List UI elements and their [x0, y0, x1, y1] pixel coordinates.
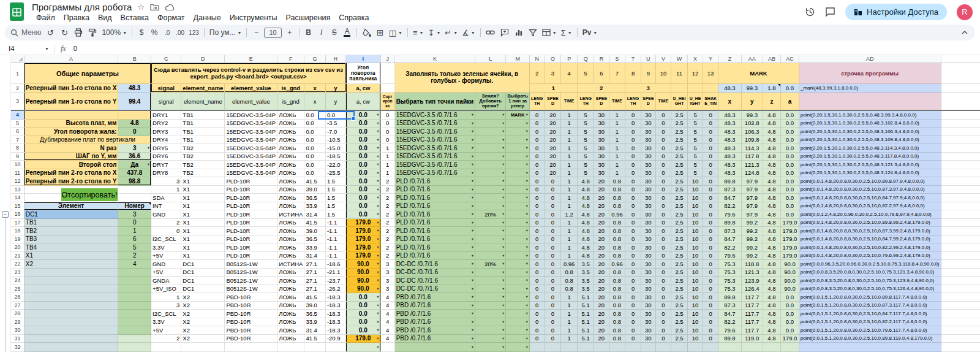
- cell-P14[interactable]: 1: [561, 194, 578, 202]
- cell-AB6[interactable]: 4.8: [763, 128, 781, 136]
- col-header-I[interactable]: I: [346, 55, 381, 63]
- row-header-2[interactable]: 2: [11, 84, 24, 93]
- cell-AC3[interactable]: a: [781, 93, 799, 111]
- cell-AC27[interactable]: 0.0: [781, 302, 799, 310]
- cell-H8[interactable]: -15.0: [326, 144, 346, 153]
- cell-Y1[interactable]: 13: [703, 63, 718, 84]
- cell-H26[interactable]: -18.3: [326, 293, 346, 302]
- cell-C6[interactable]: DRY3: [151, 128, 181, 136]
- cell-K4[interactable]: 15EDGVC-3.5 /0.7/1.6▼: [395, 111, 476, 120]
- cell-G18[interactable]: 39.0: [304, 227, 326, 235]
- cell-H27[interactable]: -18.3: [326, 302, 346, 310]
- cell-H2[interactable]: y: [326, 84, 346, 93]
- cell-AB9[interactable]: 4.8: [763, 153, 781, 161]
- cell-T25[interactable]: 0: [625, 285, 641, 294]
- decrease-decimals-button[interactable]: .0: [161, 26, 173, 39]
- col-header-K[interactable]: K: [395, 55, 476, 63]
- cell-AA14[interactable]: 97.9: [742, 194, 763, 202]
- cell-Q15[interactable]: 4.8: [578, 202, 594, 211]
- cell-J10[interactable]: 1: [381, 161, 395, 169]
- cell-J3[interactable]: Сортировка: [381, 93, 395, 111]
- cell-B16[interactable]: 3: [118, 210, 151, 219]
- cell-L22[interactable]: 20%▼: [475, 260, 506, 269]
- cell-G9[interactable]: 0.0: [304, 153, 326, 161]
- cell-AA22[interactable]: 118.8: [742, 260, 763, 269]
- cell-AB23[interactable]: 4.8: [763, 269, 781, 277]
- cell-W17[interactable]: 2.5: [671, 219, 688, 228]
- cell-C5[interactable]: DRY2: [151, 120, 181, 128]
- cell-Y26[interactable]: 0: [703, 293, 718, 302]
- row-header-7[interactable]: 7: [11, 136, 24, 145]
- cell-F4[interactable]: ЛОЖЬ: [277, 111, 304, 120]
- cell-H7[interactable]: -10.5: [326, 136, 346, 145]
- cell-M4[interactable]: MARK▼: [506, 111, 530, 120]
- cell-W11[interactable]: 2.5: [671, 169, 688, 178]
- row-header-8[interactable]: 8: [11, 144, 24, 153]
- cell-E15[interactable]: PLD-10R: [225, 202, 277, 211]
- cell-I1[interactable]: Угол поворота паяльника: [346, 63, 381, 84]
- cell-T8[interactable]: 0: [625, 144, 641, 153]
- dropdown-arrow-icon[interactable]: ▼: [502, 320, 505, 324]
- cell-D6[interactable]: TB1: [181, 128, 225, 136]
- cell-F10[interactable]: ЛОЖЬ: [277, 161, 304, 169]
- cell-K30[interactable]: PBD /0.7/1.6▼: [395, 326, 476, 335]
- cell-W22[interactable]: 2.5: [671, 260, 688, 269]
- cell-U9[interactable]: 30: [641, 153, 656, 161]
- cell-R24[interactable]: 20: [594, 277, 609, 285]
- dropdown-arrow-icon[interactable]: ▼: [471, 337, 474, 340]
- cell-AB14[interactable]: 4.8: [763, 194, 781, 202]
- cell-Y16[interactable]: 0: [703, 210, 718, 219]
- cell-A27[interactable]: [24, 302, 119, 310]
- cell-AC2[interactable]: 0.0: [781, 84, 799, 93]
- cell-A3[interactable]: Реперный пин 1-го стола по Y: [24, 93, 119, 111]
- cell-I7[interactable]: 0.0▼: [346, 136, 381, 145]
- cell-X6[interactable]: 5: [688, 128, 703, 136]
- cell-X7[interactable]: 5: [688, 136, 703, 145]
- cell-B31[interactable]: [118, 335, 151, 343]
- cell-Q1[interactable]: 5: [578, 63, 594, 84]
- cell-AD21[interactable]: point(0,0,1,4.8,20,0.8,0,30,0,2.5,10,0,7…: [799, 252, 941, 261]
- cell-Q21[interactable]: 4.8: [578, 252, 594, 261]
- cell-AC13[interactable]: 0.0: [781, 186, 799, 194]
- cell-G21[interactable]: 31.4: [304, 252, 326, 261]
- cell-I9[interactable]: 0.0▼: [346, 153, 381, 161]
- col-header-F[interactable]: F: [277, 55, 304, 63]
- dropdown-arrow-icon[interactable]: ▼: [471, 179, 474, 183]
- cell-H24[interactable]: -23.7: [326, 277, 346, 285]
- cell-V12[interactable]: 0: [656, 177, 671, 186]
- cell-C10[interactable]: DRY7: [151, 161, 181, 169]
- cell-A5[interactable]: Высота плат, мм: [24, 120, 119, 128]
- formula-input[interactable]: 0: [74, 45, 77, 52]
- cell-T31[interactable]: 0: [625, 335, 641, 343]
- cell-W31[interactable]: 2.5: [671, 335, 688, 343]
- cell-AE21[interactable]: [941, 252, 980, 261]
- cell-M20[interactable]: ▼: [506, 243, 530, 252]
- cell-B30[interactable]: [118, 326, 151, 335]
- cell-O15[interactable]: 0: [545, 202, 562, 211]
- cell-AA28[interactable]: 117.7: [742, 310, 763, 318]
- cell-V16[interactable]: 0: [656, 210, 671, 219]
- dropdown-arrow-icon[interactable]: ▼: [525, 155, 528, 158]
- cell-J28[interactable]: 4: [381, 310, 395, 318]
- cell-G25[interactable]: 27.1: [304, 285, 326, 294]
- cell-H16[interactable]: 1.5: [326, 210, 346, 219]
- cell-AA25[interactable]: 126.4: [742, 285, 763, 294]
- cell-C18[interactable]: 0: [151, 227, 181, 235]
- cell-L11[interactable]: ▼: [475, 169, 506, 178]
- cell-S28[interactable]: 0.8: [609, 310, 626, 318]
- cell-B26[interactable]: [118, 293, 151, 302]
- cell-AC20[interactable]: 179.0: [781, 243, 799, 252]
- cell-E19[interactable]: PLD-10R: [225, 235, 277, 244]
- cell-U7[interactable]: 30: [641, 136, 656, 145]
- cell-L30[interactable]: ▼: [475, 326, 506, 335]
- col-header-Z[interactable]: Z: [718, 55, 742, 63]
- cell-AA15[interactable]: 97.9: [742, 202, 763, 211]
- cell-C11[interactable]: DRY8: [151, 169, 181, 178]
- cell-P23[interactable]: 0.8: [561, 269, 578, 277]
- dropdown-arrow-icon[interactable]: ▼: [471, 254, 474, 258]
- cell-P26[interactable]: 1: [561, 293, 578, 302]
- dropdown-arrow-icon[interactable]: ▼: [471, 188, 474, 191]
- cell-AA19[interactable]: 99.2: [742, 235, 763, 244]
- cell-G20[interactable]: 33.9: [304, 243, 326, 252]
- cell-N20[interactable]: 0: [530, 243, 545, 252]
